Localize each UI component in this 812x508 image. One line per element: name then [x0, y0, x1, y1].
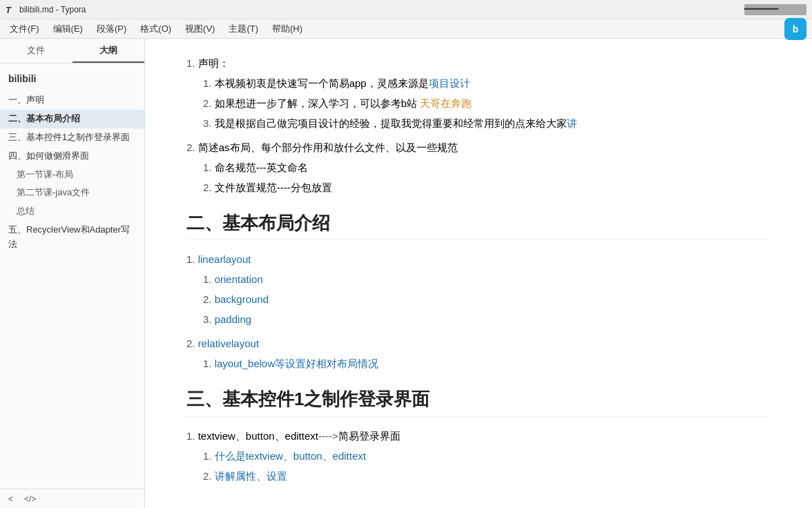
link-talk[interactable]: 讲	[567, 117, 577, 129]
link-layout-below[interactable]: layout_below等设置好相对布局情况	[215, 358, 379, 369]
link-orientation[interactable]: orientation	[215, 273, 263, 285]
link-tiange[interactable]: 天哥在奔跑	[420, 97, 472, 109]
section-textview: 1. textview、button、edittext---->简易登录界面 1…	[186, 427, 771, 485]
link-relativelayout[interactable]: relativelayout	[198, 338, 259, 349]
outline-item-0[interactable]: 一、声明	[0, 91, 144, 110]
item-textview-btn-edit: 1. textview、button、edittext---->简易登录界面	[186, 427, 771, 445]
title-bar: T bilibili.md - Typora ━━━━━━━	[0, 0, 812, 19]
section-linearlayout: 1. linearlayout 1. orientation 2. backgr…	[186, 250, 771, 329]
item-declaration-3: 3. 我是根据自己做完项目设计的经验，提取我觉得重要和经常用到的点来给大家讲	[203, 114, 771, 133]
section-relativelayout: 2. relativelayout 1. layout_below等设置好相对布…	[186, 334, 771, 373]
menu-paragraph[interactable]: 段落(P)	[90, 20, 133, 38]
link-what-textview[interactable]: 什么是textview、button、edittext	[215, 450, 366, 462]
bilibili-icon[interactable]: b	[784, 18, 806, 40]
link-background[interactable]: background	[215, 293, 269, 305]
outline-item-5[interactable]: 第二节课-java文件	[0, 184, 144, 202]
section-as-layout: 2. 简述as布局、每个部分作用和放什么文件、以及一些规范 1. 命名规范---…	[186, 138, 771, 197]
sidebar-content: bilibili 一、声明 二、基本布局介绍 三、基本控件1之制作登录界面 四、…	[0, 63, 144, 489]
link-project-design[interactable]: 项目设计	[429, 77, 470, 89]
item-layout-below: 1. layout_below等设置好相对布局情况	[203, 354, 771, 373]
item-explain-properties: 2. 讲解属性、设置	[203, 467, 771, 485]
app-icon: T	[6, 5, 15, 14]
item-declaration-1: 1. 本视频初衷是快速写一个简易app，灵感来源是项目设计	[203, 74, 771, 92]
outline-item-2[interactable]: 三、基本控件1之制作登录界面	[0, 128, 144, 147]
item-what-is-textview: 1. 什么是textview、button、edittext	[203, 447, 771, 465]
menu-bar: 文件(F) 编辑(E) 段落(P) 格式(O) 视图(V) 主题(T) 帮助(H…	[0, 19, 812, 39]
item-linearlayout: 1. linearlayout	[186, 250, 771, 268]
item-naming-rule: 1. 命名规范---英文命名	[203, 158, 771, 177]
window-title: bilibili.md - Typora	[19, 5, 86, 14]
sidebar-tabs: 文件 大纲	[0, 39, 144, 63]
outline-item-7[interactable]: 五、RecyclerView和Adapter写法	[0, 221, 144, 254]
heading-basic-layout: 二、基本布局介绍	[186, 211, 771, 240]
sidebar-item-title: bilibili	[0, 69, 144, 88]
item-declaration: 1. 声明：	[186, 54, 771, 72]
menu-theme[interactable]: 主题(T)	[222, 20, 265, 38]
outline-item-6[interactable]: 总结	[0, 202, 144, 221]
outline-item-4[interactable]: 第一节课-布局	[0, 166, 144, 184]
item-relativelayout: 2. relativelayout	[186, 334, 771, 353]
sidebar-bottom: < </>	[0, 489, 144, 508]
item-declaration-2: 2. 如果想进一步了解，深入学习，可以参考b站 天哥在奔跑	[203, 94, 771, 113]
link-linearlayout[interactable]: linearlayout	[198, 253, 251, 265]
menu-help[interactable]: 帮助(H)	[265, 20, 309, 38]
outline-item-1[interactable]: 二、基本布局介绍	[0, 110, 144, 128]
sidebar: 文件 大纲 bilibili 一、声明 二、基本布局介绍 三、基本控件1之制作登…	[0, 39, 145, 508]
heading-basic-controls: 三、基本控件1之制作登录界面	[186, 387, 771, 416]
item-orientation: 1. orientation	[203, 270, 771, 289]
link-explain-properties[interactable]: 讲解属性、设置	[215, 470, 287, 482]
window-controls[interactable]: ━━━━━━━	[744, 4, 806, 15]
sidebar-code-btn[interactable]: </>	[21, 493, 39, 505]
menu-file[interactable]: 文件(F)	[3, 20, 46, 38]
sidebar-prev-btn[interactable]: <	[6, 493, 16, 505]
menu-format[interactable]: 格式(O)	[133, 20, 178, 38]
main-layout: 文件 大纲 bilibili 一、声明 二、基本布局介绍 三、基本控件1之制作登…	[0, 39, 812, 508]
section-declaration: 1. 声明： 1. 本视频初衷是快速写一个简易app，灵感来源是项目设计 2. …	[186, 54, 771, 133]
item-background: 2. background	[203, 290, 771, 309]
item-as-layout: 2. 简述as布局、每个部分作用和放什么文件、以及一些规范	[186, 138, 771, 157]
outline-item-3[interactable]: 四、如何做侧滑界面	[0, 147, 144, 166]
menu-view[interactable]: 视图(V)	[178, 20, 222, 38]
item-padding: 3. padding	[203, 310, 771, 329]
menu-edit[interactable]: 编辑(E)	[46, 20, 90, 38]
link-padding[interactable]: padding	[215, 313, 251, 325]
tab-outline[interactable]: 大纲	[72, 39, 145, 63]
item-file-rule: 2. 文件放置规范----分包放置	[203, 178, 771, 197]
tab-file[interactable]: 文件	[0, 39, 72, 63]
content-area: 1. 声明： 1. 本视频初衷是快速写一个简易app，灵感来源是项目设计 2. …	[145, 39, 812, 508]
